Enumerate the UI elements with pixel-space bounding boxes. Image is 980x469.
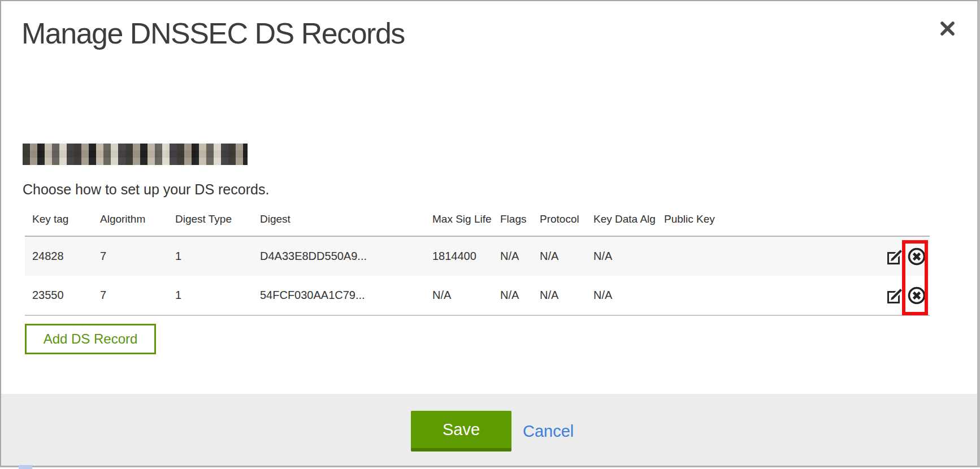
column-header-protocol: Protocol [532, 209, 586, 236]
cell-key-data-alg: N/A [586, 276, 657, 315]
cell-flags: N/A [493, 236, 532, 276]
edit-record-button[interactable] [886, 287, 903, 304]
cell-actions [760, 236, 930, 276]
table-row: 23550 7 1 54FCF030AA1C79... N/A N/A N/A … [25, 276, 930, 315]
cell-actions [760, 276, 930, 315]
add-ds-record-button[interactable]: Add DS Record [25, 324, 156, 354]
page-title: Manage DNSSEC DS Records [21, 16, 405, 50]
column-header-max-sig-life: Max Sig Life [425, 209, 493, 236]
close-icon [940, 21, 955, 36]
column-header-flags: Flags [493, 209, 532, 236]
column-header-digest: Digest [253, 209, 425, 236]
cell-protocol: N/A [532, 236, 586, 276]
cell-digest-type: 1 [168, 276, 253, 315]
page-background: Manage DNSSEC DS Records Choose how to s… [0, 0, 980, 469]
cell-algorithm: 7 [93, 236, 168, 276]
cell-digest: 54FCF030AA1C79... [253, 276, 425, 315]
cell-algorithm: 7 [93, 276, 168, 315]
delete-record-icon [907, 247, 926, 266]
redacted-domain-name [23, 144, 248, 165]
column-header-actions [760, 209, 930, 236]
cell-key-data-alg: N/A [586, 236, 657, 276]
edit-record-icon [886, 248, 903, 265]
cell-key-tag: 24828 [25, 236, 93, 276]
background-page-fragment [19, 465, 32, 469]
column-header-digest-type: Digest Type [168, 209, 253, 236]
cancel-link[interactable]: Cancel [523, 422, 574, 441]
column-header-key-data-alg: Key Data Alg [586, 209, 657, 236]
cell-digest: D4A33E8DD550A9... [253, 236, 425, 276]
cell-public-key [657, 236, 760, 276]
cell-digest-type: 1 [168, 236, 253, 276]
edit-record-icon [886, 287, 903, 304]
cell-key-tag: 23550 [25, 276, 93, 315]
column-header-key-tag: Key tag [25, 209, 93, 236]
manage-dnssec-dialog: Manage DNSSEC DS Records Choose how to s… [0, 0, 980, 467]
ds-records-table: Key tag Algorithm Digest Type Digest Max… [25, 209, 930, 316]
column-header-public-key: Public Key [657, 209, 760, 236]
table-header-row: Key tag Algorithm Digest Type Digest Max… [25, 209, 930, 236]
instruction-text: Choose how to set up your DS records. [23, 181, 269, 198]
close-button[interactable] [936, 17, 959, 40]
column-header-algorithm: Algorithm [93, 209, 168, 236]
table-row: 24828 7 1 D4A33E8DD550A9... 1814400 N/A … [25, 236, 930, 276]
delete-record-button[interactable] [907, 286, 926, 305]
cell-flags: N/A [493, 276, 532, 315]
delete-record-button[interactable] [907, 247, 926, 266]
dialog-footer: Save Cancel [1, 394, 977, 466]
delete-record-icon [907, 286, 926, 305]
cell-max-sig-life: 1814400 [425, 236, 493, 276]
save-button[interactable]: Save [411, 411, 511, 451]
cell-protocol: N/A [532, 276, 586, 315]
cell-max-sig-life: N/A [425, 276, 493, 315]
edit-record-button[interactable] [886, 248, 903, 265]
cell-public-key [657, 276, 760, 315]
